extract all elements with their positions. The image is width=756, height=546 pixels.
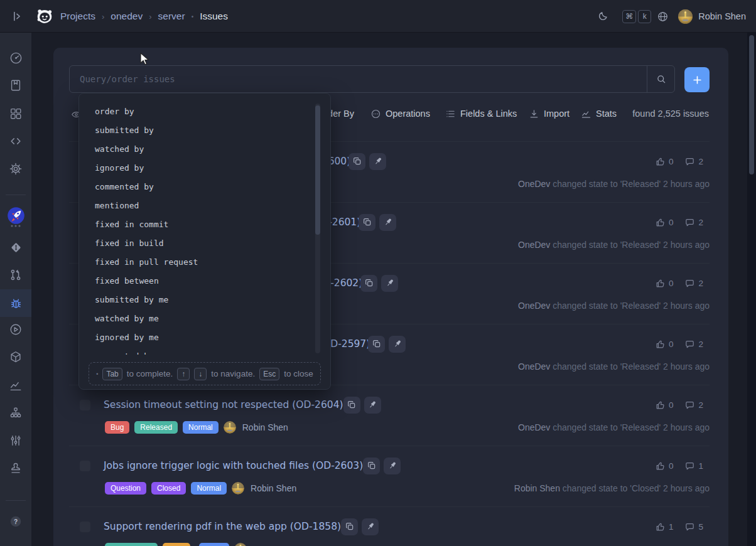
suggestion-item[interactable]: fixed in pull request (79, 253, 311, 272)
copy-issue-button[interactable] (341, 518, 358, 535)
suggestion-item[interactable]: ignored by (79, 159, 311, 178)
suggestion-item[interactable]: commented by (79, 178, 311, 196)
suggestion-item[interactable]: commented by me (79, 347, 311, 355)
issue-checkbox[interactable] (80, 461, 90, 471)
files-icon[interactable] (0, 233, 31, 261)
query-placeholder: Query/order issues (80, 74, 175, 84)
pull-requests-icon[interactable] (0, 261, 31, 289)
label-pill[interactable]: Closed (151, 482, 186, 495)
stats-button[interactable]: Stats (581, 105, 617, 122)
stats-chart-icon[interactable] (0, 372, 31, 399)
breadcrumb-project[interactable]: onedev (111, 11, 143, 22)
pin-issue-button[interactable] (364, 397, 381, 414)
breadcrumb-projects[interactable]: Projects (60, 11, 95, 22)
issue-checkbox[interactable] (80, 522, 90, 532)
dashboard-icon[interactable] (0, 44, 31, 72)
issue-title-link[interactable]: Session timeout setting not respected (O… (104, 399, 343, 410)
breadcrumb: Projects › onedev › server • Issues (60, 0, 228, 33)
issue-title-link[interactable]: Support rendering pdf in the web app (OD… (104, 521, 341, 532)
issue-metrics: 0 2 (655, 397, 703, 413)
suggestion-item[interactable]: watched by me (79, 309, 311, 328)
issue-labels: Bug Released Normal Robin Shen (105, 421, 288, 434)
copy-issue-button[interactable] (348, 153, 365, 170)
suggestion-item[interactable]: fixed in commit (79, 215, 311, 234)
copy-issue-button[interactable] (363, 458, 380, 474)
label-pill[interactable] (199, 543, 229, 546)
add-issue-button[interactable] (684, 67, 710, 92)
issues-icon-active[interactable] (0, 289, 31, 317)
builds-icon[interactable] (0, 316, 31, 343)
thumbs-up-icon (655, 278, 666, 289)
label-pill[interactable]: Released (134, 421, 178, 434)
label-pill[interactable]: Bug (105, 421, 129, 434)
suggestion-item[interactable]: watched by (79, 140, 311, 159)
copy-issue-button[interactable] (343, 397, 360, 414)
apps-grid-icon[interactable] (0, 100, 31, 127)
label-pill[interactable] (163, 543, 190, 546)
comments-icon (684, 156, 695, 167)
suggestion-item[interactable]: fixed between (79, 272, 311, 291)
assignee-name[interactable]: Robin Shen (242, 422, 288, 432)
breadcrumb-child-project[interactable]: server (158, 11, 185, 22)
stamp-icon[interactable] (0, 454, 31, 482)
label-pill[interactable]: Normal (183, 421, 219, 434)
issue-checkbox[interactable] (80, 400, 90, 410)
label-pill[interactable]: Question (105, 482, 146, 495)
dropdown-scrollbar-thumb[interactable] (315, 105, 320, 235)
assignee-avatar[interactable] (224, 421, 236, 434)
pin-issue-button[interactable] (369, 153, 386, 170)
onedev-logo[interactable] (35, 7, 54, 28)
user-menu[interactable]: Robin Shen (698, 11, 746, 21)
issue-row: Jobs ignore trigger logic with touched f… (69, 446, 710, 506)
query-input[interactable]: Query/order issues (69, 65, 675, 93)
issue-activity: OneDev changed state to 'Released' 2 hou… (518, 179, 710, 189)
dark-mode-icon[interactable] (597, 11, 608, 23)
suggestion-item[interactable]: order by (79, 102, 311, 121)
assignee-avatar[interactable] (232, 482, 244, 495)
issue-activity: OneDev changed state to 'Released' 2 hou… (518, 422, 710, 432)
user-avatar[interactable] (678, 9, 693, 24)
projects-icon[interactable] (0, 72, 31, 99)
assignee-name[interactable]: Robin Shen (251, 483, 296, 493)
code-icon[interactable] (0, 127, 31, 155)
issue-metrics: 0 2 (655, 153, 703, 169)
copy-issue-button[interactable] (359, 214, 375, 231)
navbar-right: ⌘ k Robin Shen (597, 0, 746, 33)
suggestion-item[interactable]: ignored by me (79, 328, 311, 347)
issue-metrics: 0 2 (655, 336, 703, 352)
assignee-avatar[interactable] (234, 543, 247, 546)
pin-issue-button[interactable] (389, 336, 406, 353)
sidebar-expand-icon[interactable] (10, 9, 24, 26)
suggestion-item[interactable]: mentioned (79, 196, 311, 215)
label-pill[interactable] (105, 543, 158, 546)
hierarchy-icon[interactable] (0, 399, 31, 427)
comments-icon (684, 522, 695, 532)
issue-activity: OneDev changed state to 'Released' 2 hou… (518, 361, 710, 372)
packages-icon[interactable] (0, 343, 31, 371)
left-sidebar: ? (0, 33, 31, 546)
label-pill[interactable]: Normal (191, 482, 227, 495)
breadcrumb-current-page: Issues (200, 11, 228, 22)
search-button[interactable] (647, 66, 674, 92)
suggestion-item[interactable]: fixed in build (79, 234, 311, 253)
pin-issue-button[interactable] (362, 518, 379, 535)
administration-gear-icon[interactable] (0, 155, 31, 183)
suggestion-item[interactable]: submitted by (79, 121, 311, 140)
tab-key: Tab (102, 368, 122, 380)
fields-links-menu[interactable]: Fields & Links (445, 105, 517, 122)
import-menu[interactable]: Import (529, 105, 570, 122)
page-scrollbar-thumb[interactable] (749, 35, 754, 174)
settings-sliders-icon[interactable] (0, 427, 31, 454)
suggestion-item[interactable]: submitted by me (79, 291, 311, 309)
pin-issue-button[interactable] (384, 458, 401, 474)
pin-issue-button[interactable] (379, 214, 396, 231)
copy-issue-button[interactable] (368, 336, 385, 353)
issue-metrics: 1 5 (655, 518, 703, 535)
issue-title-link[interactable]: Jobs ignore trigger logic with touched f… (104, 460, 363, 471)
help-icon[interactable]: ? (0, 508, 31, 535)
language-globe-icon[interactable] (657, 11, 669, 23)
operations-menu[interactable]: Operations (370, 105, 430, 122)
copy-issue-button[interactable] (360, 275, 377, 292)
more-dots-icon[interactable] (0, 217, 31, 235)
pin-issue-button[interactable] (381, 275, 398, 292)
